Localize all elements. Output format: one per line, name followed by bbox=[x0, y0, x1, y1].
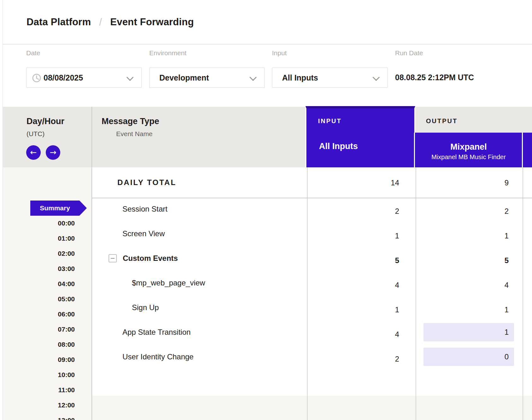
row-input-value: 5 bbox=[307, 256, 399, 265]
row-input-value: 4 bbox=[307, 330, 399, 339]
hour-label-00[interactable]: 00:00 bbox=[3, 219, 75, 227]
hour-label-10[interactable]: 10:00 bbox=[3, 371, 75, 379]
row-label: Screen View bbox=[122, 229, 165, 238]
rail-divider bbox=[92, 107, 92, 420]
output-column-subtitle: Mixpanel MB Music Finder bbox=[415, 153, 522, 161]
arrow-right-icon: → bbox=[50, 148, 56, 157]
hour-label-08[interactable]: 08:00 bbox=[3, 340, 75, 349]
message-type-header: Message Type bbox=[102, 117, 159, 126]
chevron-down-icon bbox=[373, 74, 380, 81]
output-column-name: Mixpanel bbox=[415, 142, 522, 152]
chevron-down-icon bbox=[250, 74, 257, 81]
minus-icon bbox=[111, 258, 115, 259]
row-label: Session Start bbox=[122, 205, 168, 213]
breadcrumb-separator: / bbox=[99, 16, 102, 28]
environment-dropdown-value: Development bbox=[159, 73, 209, 82]
input-column-header[interactable]: INPUT All Inputs bbox=[305, 106, 415, 167]
clock-icon bbox=[32, 73, 41, 83]
table-row: Session Start 2 2 bbox=[0, 205, 532, 213]
event-forwarding-page: Data Platform / Event Forwarding Date 08… bbox=[0, 0, 532, 420]
daily-total-input-value: 14 bbox=[307, 178, 399, 187]
top-bar: Data Platform / Event Forwarding bbox=[3, 0, 532, 45]
output-column-header[interactable]: Mixpanel Mixpanel MB Music Finder bbox=[414, 133, 523, 167]
input-column-name: All Inputs bbox=[319, 141, 358, 151]
date-dropdown-value: 08/08/2025 bbox=[44, 73, 83, 82]
day-hour-header: Day/Hour bbox=[27, 117, 64, 126]
output-group-label: OUTPUT bbox=[426, 117, 458, 125]
run-date-value: 08.08.25 2:12PM UTC bbox=[395, 73, 474, 82]
row-output-value-highlighted: 0 bbox=[423, 348, 514, 366]
input-dropdown[interactable]: All Inputs bbox=[272, 68, 388, 88]
row-input-value: 2 bbox=[307, 355, 399, 363]
hour-label-12[interactable]: 12:00 bbox=[3, 401, 75, 409]
row-output-value: 1 bbox=[416, 231, 509, 240]
table-row: Screen View 1 1 bbox=[0, 229, 532, 238]
environment-filter-label: Environment bbox=[149, 49, 186, 57]
input-group-label: INPUT bbox=[318, 117, 342, 125]
row-label: Sign Up bbox=[132, 303, 159, 312]
previous-day-button[interactable]: ← bbox=[26, 145, 41, 160]
next-day-button[interactable]: → bbox=[46, 145, 60, 160]
row-input-value: 1 bbox=[307, 305, 399, 314]
daily-total-output-value: 9 bbox=[416, 178, 509, 187]
row-output-value: 2 bbox=[416, 207, 509, 216]
chevron-down-icon bbox=[127, 74, 134, 81]
row-input-value: 1 bbox=[307, 231, 399, 240]
row-label: App State Transition bbox=[122, 328, 191, 337]
row-output-value: 1 bbox=[416, 305, 509, 314]
date-dropdown[interactable]: 08/08/2025 bbox=[26, 68, 142, 88]
arrow-left-icon: ← bbox=[30, 148, 37, 157]
breadcrumb: Data Platform / Event Forwarding bbox=[27, 0, 194, 44]
hour-label-11[interactable]: 11:00 bbox=[3, 386, 75, 394]
row-input-value: 4 bbox=[307, 281, 399, 290]
row-output-value: 5 bbox=[416, 256, 509, 265]
daily-total-label: DAILY TOTAL bbox=[117, 178, 176, 187]
input-dropdown-value: All Inputs bbox=[282, 73, 318, 82]
page-title: Event Forwarding bbox=[110, 16, 194, 28]
table-row: Custom Events 5 5 bbox=[0, 254, 532, 263]
breadcrumb-data-platform[interactable]: Data Platform bbox=[27, 16, 91, 28]
table-row: App State Transition 4 1 bbox=[0, 328, 532, 337]
row-input-value: 2 bbox=[307, 207, 399, 216]
row-output-value: 4 bbox=[416, 281, 509, 290]
hour-label-03[interactable]: 03:00 bbox=[3, 265, 75, 273]
row-label: $mp_web_page_view bbox=[132, 279, 205, 287]
daily-total-row: DAILY TOTAL 14 9 bbox=[0, 178, 532, 187]
row-label: User Identity Change bbox=[122, 352, 193, 361]
table-row: User Identity Change 2 0 bbox=[0, 352, 532, 361]
row-output-value-highlighted: 1 bbox=[423, 323, 514, 341]
run-date-label: Run Date bbox=[395, 49, 423, 57]
date-filter-label: Date bbox=[26, 49, 40, 57]
table-row: $mp_web_page_view 4 4 bbox=[0, 279, 532, 287]
table-footer-band bbox=[92, 396, 532, 420]
row-label: Custom Events bbox=[123, 254, 178, 263]
input-filter-label: Input bbox=[272, 49, 287, 57]
hour-label-13[interactable]: 13:00 bbox=[3, 416, 75, 420]
next-output-column-header[interactable] bbox=[522, 133, 532, 167]
daily-total-divider bbox=[92, 198, 532, 198]
hour-label-05[interactable]: 05:00 bbox=[3, 295, 75, 303]
environment-dropdown[interactable]: Development bbox=[149, 68, 265, 88]
event-name-subheader: Event Name bbox=[116, 130, 153, 138]
table-row: Sign Up 1 1 bbox=[0, 303, 532, 312]
collapse-custom-events-button[interactable] bbox=[109, 254, 117, 262]
day-hour-timezone: (UTC) bbox=[27, 130, 44, 138]
